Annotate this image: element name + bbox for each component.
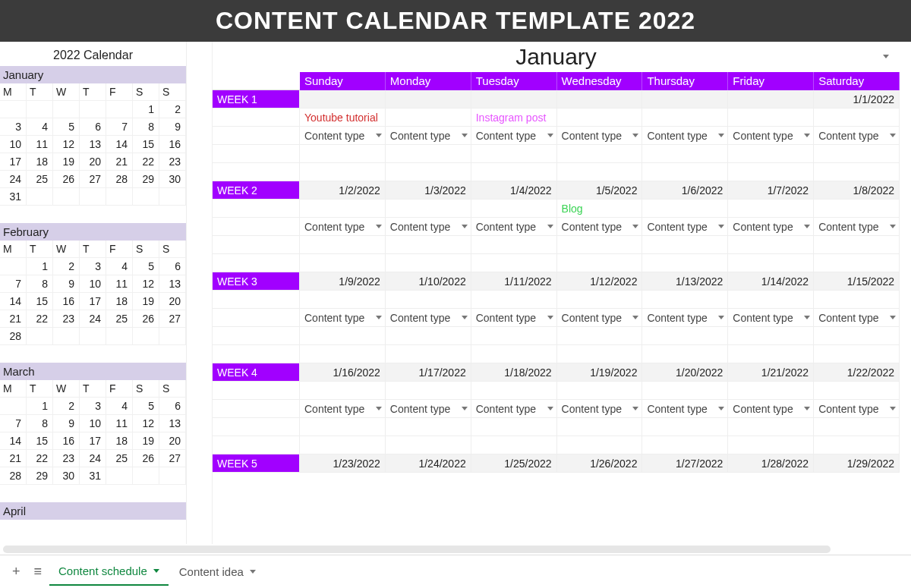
- mini-day[interactable]: 18: [27, 153, 53, 171]
- mini-day[interactable]: 24: [80, 310, 106, 328]
- mini-day[interactable]: 19: [53, 153, 80, 171]
- idea-cell[interactable]: [557, 291, 643, 309]
- mini-day[interactable]: 5: [133, 398, 159, 415]
- mini-day[interactable]: 23: [53, 450, 80, 467]
- mini-day[interactable]: 3: [0, 118, 27, 136]
- idea-cell[interactable]: [728, 108, 814, 127]
- mini-day[interactable]: 24: [80, 450, 106, 467]
- mini-day[interactable]: 16: [159, 136, 186, 153]
- idea-cell[interactable]: [728, 291, 814, 309]
- mini-day[interactable]: 1: [133, 101, 159, 118]
- idea-cell[interactable]: [814, 382, 900, 400]
- mini-day[interactable]: 14: [0, 432, 27, 450]
- mini-day[interactable]: 20: [159, 293, 186, 310]
- mini-day[interactable]: 27: [159, 310, 186, 328]
- mini-day[interactable]: 31: [80, 467, 106, 485]
- content-type-dropdown[interactable]: Content type: [728, 309, 814, 327]
- mini-day[interactable]: 12: [53, 136, 80, 153]
- mini-day[interactable]: 9: [53, 275, 80, 293]
- all-sheets-button[interactable]: ≡: [28, 558, 49, 586]
- content-type-dropdown[interactable]: Content type: [471, 218, 557, 236]
- idea-cell[interactable]: [386, 382, 471, 400]
- mini-day[interactable]: 3: [80, 398, 106, 415]
- mini-day[interactable]: 21: [106, 153, 133, 171]
- mini-day[interactable]: 13: [80, 136, 106, 153]
- mini-day[interactable]: 26: [133, 310, 159, 328]
- idea-cell[interactable]: [814, 108, 900, 127]
- mini-day[interactable]: 10: [80, 415, 106, 432]
- mini-day[interactable]: 7: [0, 275, 27, 293]
- content-type-dropdown[interactable]: Content type: [814, 400, 900, 418]
- content-type-dropdown[interactable]: Content type: [728, 127, 814, 145]
- idea-cell[interactable]: [642, 291, 728, 309]
- mini-day[interactable]: 25: [106, 450, 133, 467]
- content-type-dropdown[interactable]: Content type: [728, 218, 814, 236]
- content-type-dropdown[interactable]: Content type: [386, 309, 471, 327]
- mini-day[interactable]: 9: [159, 118, 186, 136]
- mini-day[interactable]: 11: [106, 275, 133, 293]
- month-selector[interactable]: January: [213, 42, 900, 72]
- mini-day[interactable]: 26: [53, 171, 80, 188]
- mini-day[interactable]: 11: [106, 415, 133, 432]
- mini-day[interactable]: 27: [159, 450, 186, 467]
- mini-day[interactable]: 29: [133, 171, 159, 188]
- idea-cell[interactable]: [642, 108, 728, 127]
- mini-day[interactable]: 20: [159, 432, 186, 450]
- idea-cell[interactable]: [471, 291, 557, 309]
- mini-day[interactable]: 4: [106, 258, 133, 275]
- idea-cell[interactable]: [471, 200, 557, 218]
- content-type-dropdown[interactable]: Content type: [642, 218, 728, 236]
- idea-cell[interactable]: [642, 382, 728, 400]
- content-type-dropdown[interactable]: Content type: [557, 127, 643, 145]
- idea-cell[interactable]: [728, 200, 814, 218]
- idea-cell[interactable]: [471, 382, 557, 400]
- mini-day[interactable]: 6: [159, 398, 186, 415]
- mini-day[interactable]: 14: [106, 136, 133, 153]
- mini-day[interactable]: 17: [80, 432, 106, 450]
- content-type-dropdown[interactable]: Content type: [300, 400, 386, 418]
- content-type-dropdown[interactable]: Content type: [386, 127, 471, 145]
- mini-day[interactable]: 17: [80, 293, 106, 310]
- mini-day[interactable]: 2: [53, 258, 80, 275]
- content-type-dropdown[interactable]: Content type: [386, 400, 471, 418]
- mini-day[interactable]: 20: [80, 153, 106, 171]
- mini-day[interactable]: 10: [0, 136, 27, 153]
- mini-day[interactable]: 19: [133, 293, 159, 310]
- idea-cell[interactable]: [386, 200, 471, 218]
- idea-cell[interactable]: [386, 291, 471, 309]
- mini-day[interactable]: 6: [159, 258, 186, 275]
- mini-day[interactable]: 8: [27, 415, 53, 432]
- mini-day[interactable]: 13: [159, 275, 186, 293]
- mini-day[interactable]: 21: [0, 450, 27, 467]
- idea-cell[interactable]: [728, 382, 814, 400]
- content-type-dropdown[interactable]: Content type: [300, 218, 386, 236]
- content-type-dropdown[interactable]: Content type: [471, 127, 557, 145]
- mini-day[interactable]: 26: [133, 450, 159, 467]
- mini-day[interactable]: 24: [0, 171, 27, 188]
- mini-day[interactable]: 5: [133, 258, 159, 275]
- idea-cell[interactable]: [814, 200, 900, 218]
- tab-content-schedule[interactable]: Content schedule: [49, 558, 169, 586]
- mini-day[interactable]: 8: [133, 118, 159, 136]
- content-type-dropdown[interactable]: Content type: [557, 218, 643, 236]
- mini-day[interactable]: 27: [80, 171, 106, 188]
- mini-day[interactable]: 18: [106, 432, 133, 450]
- mini-day[interactable]: 28: [0, 328, 27, 345]
- mini-day[interactable]: 30: [159, 171, 186, 188]
- mini-day[interactable]: 8: [27, 275, 53, 293]
- mini-day[interactable]: 15: [27, 432, 53, 450]
- mini-day[interactable]: 23: [159, 153, 186, 171]
- mini-day[interactable]: 2: [159, 101, 186, 118]
- content-type-dropdown[interactable]: Content type: [814, 127, 900, 145]
- idea-cell[interactable]: [300, 291, 386, 309]
- content-type-dropdown[interactable]: Content type: [642, 127, 728, 145]
- mini-day[interactable]: 29: [27, 467, 53, 485]
- idea-cell[interactable]: [642, 200, 728, 218]
- mini-day[interactable]: 4: [27, 118, 53, 136]
- mini-day[interactable]: 2: [53, 398, 80, 415]
- content-type-dropdown[interactable]: Content type: [300, 127, 386, 145]
- content-type-dropdown[interactable]: Content type: [814, 309, 900, 327]
- mini-day[interactable]: 23: [53, 310, 80, 328]
- mini-day[interactable]: 4: [106, 398, 133, 415]
- mini-day[interactable]: 17: [0, 153, 27, 171]
